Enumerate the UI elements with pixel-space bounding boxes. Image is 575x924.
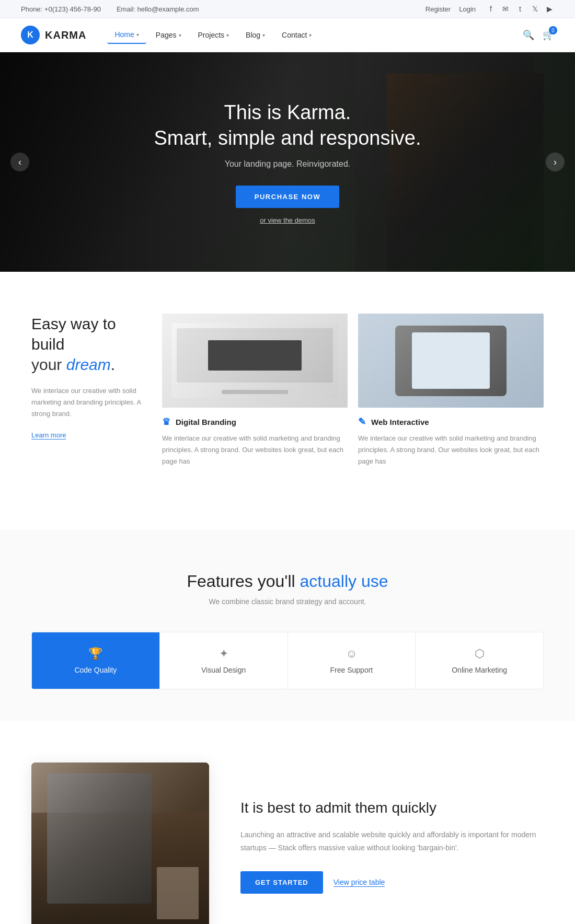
navbar: K KARMA Home ▾ Pages ▾ Projects ▾ Blog ▾…	[0, 18, 575, 52]
crown-icon: ♛	[162, 416, 170, 428]
features-highlight: actually use	[300, 572, 388, 591]
nav-item-pages[interactable]: Pages ▾	[148, 26, 189, 44]
cta-text: Launching an attractive and scalable web…	[240, 828, 544, 854]
login-link[interactable]: Login	[459, 5, 476, 13]
cta-section: It is best to admit them quickly Launchi…	[0, 721, 575, 924]
tab-code-quality[interactable]: 🏆 Code Quality	[32, 632, 160, 689]
view-price-table-button[interactable]: View price table	[334, 878, 385, 887]
hexagon-icon: ⬡	[426, 647, 533, 661]
dream-col-2: ✎ Web Interactive We interlace our creat…	[358, 314, 544, 467]
dream-col-1: ♛ Digital Branding We interlace our crea…	[162, 314, 348, 467]
digital-branding-title: ♛ Digital Branding	[162, 416, 348, 428]
logo-icon: K	[21, 26, 40, 44]
diamond-icon: ✦	[170, 647, 277, 661]
twitter-icon[interactable]: 𝕏	[530, 4, 539, 14]
nav-item-projects[interactable]: Projects ▾	[191, 26, 237, 44]
view-demos-link[interactable]: or view the demos	[154, 216, 421, 224]
purchase-button[interactable]: PURCHASE NOW	[236, 186, 339, 208]
contact-info: Phone: +0(123) 456-78-90 Email: hello@ex…	[21, 5, 426, 13]
mail-icon[interactable]: ✉	[501, 4, 510, 14]
chevron-down-icon: ▾	[262, 32, 265, 38]
features-section: Features you'll actually use We combine …	[0, 530, 575, 721]
writing-desk-visual	[31, 763, 209, 924]
cart-wrapper[interactable]: 🛒 0	[543, 29, 554, 41]
web-interactive-text: We interlace our creative with solid mar…	[358, 433, 544, 467]
edit-icon: ✎	[358, 416, 366, 428]
dream-description: We interlace our creative with solid mar…	[31, 385, 146, 420]
hero-subtitle: Your landing page. Reinvigorated.	[154, 159, 421, 169]
tab-online-marketing[interactable]: ⬡ Online Marketing	[416, 632, 543, 689]
chevron-down-icon: ▾	[226, 32, 229, 38]
nav-item-home[interactable]: Home ▾	[107, 26, 146, 44]
top-bar: Phone: +0(123) 456-78-90 Email: hello@ex…	[0, 0, 575, 18]
tab-online-marketing-label: Online Marketing	[426, 666, 533, 674]
nav-links: Home ▾ Pages ▾ Projects ▾ Blog ▾ Contact…	[107, 26, 523, 44]
logo-text: KARMA	[45, 29, 86, 41]
cta-content: It is best to admit them quickly Launchi…	[240, 799, 544, 894]
smile-icon: ☺	[298, 647, 405, 661]
dream-left-content: Easy way to build your dream. We interla…	[31, 314, 146, 440]
auth-links: Register Login	[426, 5, 476, 13]
tab-visual-design[interactable]: ✦ Visual Design	[160, 632, 288, 689]
cta-title: It is best to admit them quickly	[240, 799, 544, 817]
spacer-1	[0, 499, 575, 530]
dream-images: ♛ Digital Branding We interlace our crea…	[162, 314, 544, 467]
hero-content: This is Karma. Smart, simple and respons…	[154, 100, 421, 225]
nav-item-contact[interactable]: Contact ▾	[274, 26, 319, 44]
nav-item-blog[interactable]: Blog ▾	[238, 26, 272, 44]
email-info: Email: hello@example.com	[117, 5, 199, 13]
hero-section: This is Karma. Smart, simple and respons…	[0, 52, 575, 272]
phone-info: Phone: +0(123) 456-78-90	[21, 5, 101, 13]
dream-highlight: dream	[66, 356, 111, 373]
features-title: Features you'll actually use	[31, 572, 544, 591]
top-right: Register Login f ✉ t 𝕏 ▶	[426, 4, 554, 14]
chevron-down-icon: ▾	[309, 32, 312, 38]
tab-free-support[interactable]: ☺ Free Support	[288, 632, 416, 689]
dream-section: Easy way to build your dream. We interla…	[0, 272, 575, 499]
search-icon[interactable]: 🔍	[523, 29, 534, 41]
phone-image	[358, 314, 544, 408]
logo[interactable]: K KARMA	[21, 26, 86, 44]
youtube-icon[interactable]: ▶	[545, 4, 554, 14]
cta-image	[31, 763, 209, 924]
register-link[interactable]: Register	[426, 5, 451, 13]
cta-buttons: GET STARTED View price table	[240, 871, 544, 894]
tab-visual-design-label: Visual Design	[170, 666, 277, 674]
laptop-image	[162, 314, 348, 408]
phone-visual	[358, 314, 544, 408]
hero-next-arrow[interactable]: ›	[546, 153, 565, 171]
nav-right: 🔍 🛒 0	[523, 29, 554, 41]
learn-more-link[interactable]: Learn more	[31, 431, 66, 440]
digital-branding-text: We interlace our creative with solid mar…	[162, 433, 348, 467]
tab-code-quality-label: Code Quality	[42, 666, 149, 674]
chevron-down-icon: ▾	[179, 32, 181, 38]
cart-badge: 0	[549, 26, 557, 34]
dream-heading: Easy way to build your dream.	[31, 314, 146, 375]
facebook-icon[interactable]: f	[486, 4, 496, 14]
laptop-visual	[162, 314, 348, 408]
social-icons: f ✉ t 𝕏 ▶	[486, 4, 554, 14]
features-subtitle: We combine classic brand strategy and ac…	[31, 597, 544, 606]
web-interactive-title: ✎ Web Interactive	[358, 416, 544, 428]
tumblr-icon[interactable]: t	[515, 4, 525, 14]
hero-prev-arrow[interactable]: ‹	[10, 153, 29, 171]
chevron-down-icon: ▾	[136, 32, 139, 38]
hero-title: This is Karma. Smart, simple and respons…	[154, 100, 421, 152]
trophy-icon: 🏆	[42, 647, 149, 661]
features-tabs: 🏆 Code Quality ✦ Visual Design ☺ Free Su…	[31, 632, 544, 689]
get-started-button[interactable]: GET STARTED	[240, 871, 323, 894]
tab-free-support-label: Free Support	[298, 666, 405, 674]
